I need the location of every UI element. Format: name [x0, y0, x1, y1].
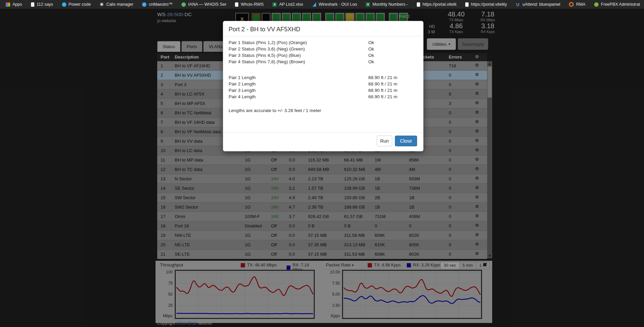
pair-value: Ok	[368, 53, 374, 58]
pair-value: Ok	[368, 46, 374, 51]
pair-row: Pair 3 Length68.90 ft / 21 m	[229, 88, 418, 94]
page-icon	[31, 2, 34, 7]
fin-icon	[312, 2, 316, 7]
bookmark-label: FreePBX Administrat	[601, 2, 640, 7]
bookmark-item[interactable]: Wireshark · OUI Loo	[307, 2, 361, 7]
bookmark-item[interactable]: IANA — WHOIS Ser	[177, 2, 231, 7]
bookmark-label: Wireshark · OUI Loo	[318, 2, 357, 7]
page-icon	[465, 2, 469, 7]
bookmark-item[interactable]: cnMaestro™	[138, 2, 177, 7]
sprite-icon	[594, 2, 599, 7]
bookmark-label: uAttend: bluespanwi	[522, 2, 561, 7]
pair-value: 68.90 ft / 21 m	[368, 94, 397, 99]
bookmark-label: 112 says	[37, 2, 53, 7]
pair-value: 68.90 ft / 21 m	[368, 75, 397, 80]
bookmark-label: Apps	[12, 2, 22, 7]
bookmark-label: Calix manager	[106, 2, 134, 7]
close-button[interactable]: Close	[395, 136, 417, 146]
cable-test-dialog: Port 2 - BH to VV AF5XHD Pair 1 Status (…	[223, 21, 423, 151]
accuracy-note: Lengths are accurate to +/- 3.28 feet / …	[229, 108, 321, 113]
asterisk-icon: ✳	[100, 2, 104, 7]
pair-row: Pair 1 Status (Pins 1,2) (Pos) (Orange)O…	[229, 40, 418, 46]
excel-icon: X	[366, 2, 370, 7]
pair-value: 68.90 ft / 21 m	[368, 81, 397, 86]
bookmark-label: Whois-RWS	[241, 2, 264, 7]
bookmark-item[interactable]: UuAttend: bluespanwi	[511, 2, 565, 7]
divider	[223, 36, 423, 36]
bookmark-item[interactable]: 112 says	[27, 2, 58, 7]
bookmark-item[interactable]: Power code	[58, 2, 95, 7]
ring-icon	[569, 2, 574, 7]
globe-icon	[181, 2, 186, 7]
pair-label: Pair 4 Status (Pins 7,8) (Neg) (Brown)	[229, 59, 305, 64]
bookmark-label: Monthly Numbers -	[372, 2, 408, 7]
pair-row: Pair 4 Status (Pins 7,8) (Neg) (Brown)Ok	[229, 59, 418, 66]
page-icon	[417, 2, 420, 7]
pair-value: 68.90 ft / 21 m	[368, 88, 397, 93]
apps-grid-icon	[6, 2, 10, 7]
dot-icon	[62, 2, 66, 7]
dialog-title: Port 2 - BH to VV AF5XHD	[229, 26, 300, 33]
pair-label: Pair 2 Length	[229, 81, 256, 86]
netonix-page: WS-26-500-DC jc-netonix X Port 2 HD 3 W …	[0, 9, 644, 327]
pair-row: Pair 2 Length68.90 ft / 21 m	[229, 81, 418, 88]
pair-label: Pair 4 Length	[229, 94, 256, 99]
bookmark-label: RMA	[576, 2, 585, 7]
bookmark-item[interactable]: RMA	[565, 2, 590, 7]
bookmark-item[interactable]: ✳Calix manager	[95, 2, 138, 7]
bookmark-item[interactable]: Apps	[1, 2, 27, 7]
bookmark-label: https://portal.vitelity	[471, 2, 507, 7]
bookmark-label: AP List2.xlsx	[279, 2, 303, 7]
pair-row: Pair 1 Length68.90 ft / 21 m	[229, 75, 418, 81]
bookmark-item[interactable]: XAP List2.xlsx	[268, 2, 307, 7]
bookmark-item[interactable]: https://portal.vitelity	[461, 2, 511, 7]
pair-label: Pair 1 Length	[229, 75, 256, 80]
pair-value: Ok	[368, 40, 374, 45]
bookmark-item[interactable]: Whois-RWS	[231, 2, 268, 7]
pair-row: Pair 3 Status (Pins 4,5) (Pos) (Blue)Ok	[229, 53, 418, 59]
pair-label: Pair 2 Status (Pins 3,6) (Neg) (Green)	[229, 46, 305, 51]
pair-label: Pair 3 Status (Pins 4,5) (Pos) (Blue)	[229, 53, 301, 58]
wave-icon	[142, 2, 146, 7]
bookmark-item[interactable]: https://portal.vitelit	[412, 2, 461, 7]
u-icon: U	[516, 2, 520, 7]
pair-row: Pair 4 Length68.90 ft / 21 m	[229, 94, 418, 101]
page-icon	[235, 2, 238, 7]
bookmark-label: https://portal.vitelit	[422, 2, 456, 7]
bookmark-label: Power code	[69, 2, 91, 7]
run-button[interactable]: Run	[377, 136, 392, 146]
pair-label: Pair 1 Status (Pins 1,2) (Pos) (Orange)	[229, 40, 307, 45]
bookmark-label: cnMaestro™	[149, 2, 173, 7]
pair-value: Ok	[368, 59, 374, 64]
pair-label: Pair 3 Length	[229, 88, 256, 93]
bookmark-item[interactable]: FreePBX Administrat	[590, 2, 644, 7]
divider	[223, 132, 423, 133]
browser-bookmarks-bar: Apps112 saysPower code✳Calix managercnMa…	[0, 0, 644, 9]
bookmark-label: IANA — WHOIS Ser	[188, 2, 226, 7]
excel-icon: X	[272, 2, 277, 7]
bookmark-item[interactable]: XMonthly Numbers -	[361, 2, 412, 7]
pair-row: Pair 2 Status (Pins 3,6) (Neg) (Green)Ok	[229, 46, 418, 53]
